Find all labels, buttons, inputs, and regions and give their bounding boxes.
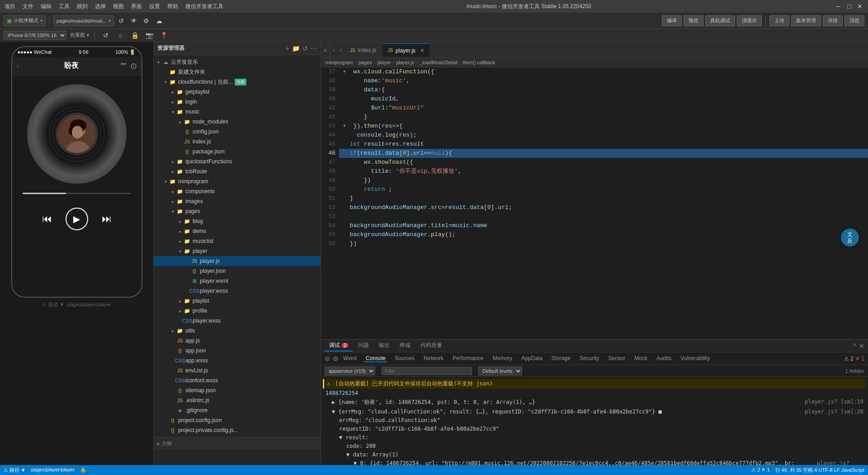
- cloudfunctions-item[interactable]: 📁 cloudfunctions | 当前... 当前: [154, 77, 321, 87]
- components-item[interactable]: 📁 components: [154, 186, 321, 196]
- window-controls[interactable]: ─ □ ✕: [835, 3, 863, 10]
- code-content[interactable]: ▾ wx.cloud.callFunction({ name:'music', …: [339, 67, 868, 339]
- upload-button[interactable]: 上传: [769, 15, 789, 26]
- breadcrumb-file[interactable]: player.js: [396, 60, 414, 65]
- refresh-button[interactable]: ↺: [116, 15, 127, 26]
- collapse-icon[interactable]: ⋯: [311, 45, 317, 52]
- tab-player-js[interactable]: JS player.js ✕: [382, 43, 430, 57]
- images-item[interactable]: 📁 images: [154, 196, 321, 206]
- breadcrumb-method[interactable]: _loadMusicDetail: [420, 60, 458, 65]
- wxml-tab[interactable]: Wxml: [341, 355, 359, 362]
- console-settings-icon[interactable]: ⚙: [333, 355, 339, 362]
- version-button[interactable]: 版本管理: [791, 15, 821, 26]
- player-js-item[interactable]: JS player.js: [154, 256, 321, 266]
- music-item[interactable]: 📁 music: [154, 107, 321, 117]
- feedback-button[interactable]: 文反: [841, 228, 859, 247]
- tcbroute-item[interactable]: 📁 tcbRoute: [154, 166, 321, 176]
- lock-button[interactable]: 🔒: [129, 30, 140, 41]
- performance-tab[interactable]: Performance: [451, 355, 486, 362]
- appservice-selector[interactable]: appservice (#19): [325, 366, 375, 375]
- phone-play-icon[interactable]: ⊙: [130, 61, 137, 71]
- eslintrc-item[interactable]: JS .eslintrc.js: [154, 395, 321, 405]
- audits-tab[interactable]: Audits: [655, 355, 673, 362]
- file-path-selector[interactable]: pages/musiclist/musi... ▾: [53, 15, 114, 26]
- maximize-button[interactable]: □: [845, 3, 853, 10]
- tab-index-js[interactable]: JS index.js: [344, 43, 382, 57]
- menu-edit[interactable]: 编辑: [41, 3, 52, 10]
- menu-goto[interactable]: 跳到: [77, 3, 88, 10]
- terminal-tab[interactable]: 终端: [395, 341, 415, 352]
- close-button[interactable]: ✕: [856, 3, 863, 10]
- network-tab[interactable]: Network: [422, 355, 445, 362]
- player-wxml-item[interactable]: ⊞ player.wxml: [154, 276, 321, 286]
- player-folder-item[interactable]: 📁 player: [154, 246, 321, 256]
- package-json-item[interactable]: {} package.json: [154, 147, 321, 157]
- project-config-item[interactable]: {} project.config.json: [154, 415, 321, 425]
- playlist-item[interactable]: 📁 playlist: [154, 296, 321, 306]
- debug-tab[interactable]: 调试 2: [325, 341, 353, 352]
- menu-file[interactable]: 文件: [23, 3, 33, 10]
- pages-item[interactable]: 📁 pages: [154, 206, 321, 216]
- memory-tab[interactable]: Memory: [491, 355, 514, 362]
- minimize-button[interactable]: ─: [835, 3, 842, 10]
- player-wxss-item[interactable]: CSS player.wxss: [154, 286, 321, 296]
- tools-icon-button[interactable]: ⚙: [141, 15, 152, 26]
- tab-player-js-close[interactable]: ✕: [420, 48, 425, 54]
- menu-view[interactable]: 视图: [113, 3, 124, 10]
- menu-settings[interactable]: 设置: [149, 3, 160, 10]
- phone-more-icon[interactable]: •••: [121, 61, 127, 71]
- quickstart-item[interactable]: 📁 quickstartFunctions: [154, 157, 321, 166]
- phone-back-button[interactable]: ‹: [17, 62, 19, 70]
- filter-input[interactable]: [382, 367, 472, 375]
- storage-tab[interactable]: Storage: [550, 355, 572, 362]
- code-editor[interactable]: 37 38 39 40 41 42 43 44 45 46 47 48 49 5…: [321, 67, 868, 339]
- profile-item[interactable]: 📁 profile: [154, 306, 321, 316]
- sensor-tab[interactable]: Sensor: [606, 355, 627, 362]
- config-json-item[interactable]: {} config.json: [154, 127, 321, 137]
- new-file-icon[interactable]: +: [286, 45, 289, 52]
- security-tab[interactable]: Security: [578, 355, 601, 362]
- output-tab[interactable]: 输出: [374, 341, 394, 352]
- rotate-button[interactable]: ↺: [100, 30, 111, 41]
- outline-toggle[interactable]: ▸: [157, 441, 160, 446]
- console-line-obj1[interactable]: ▶ {name: '盼夜', id: 1486726254, pst: 0, t…: [323, 398, 866, 407]
- code-quality-tab[interactable]: 代码质量: [416, 341, 447, 352]
- hotreload-toggle[interactable]: 热重载 ▾: [70, 32, 89, 38]
- location-button[interactable]: 📍: [158, 30, 169, 41]
- device-selector[interactable]: iPhone 6/7/8 100% 16: [4, 31, 66, 40]
- upload-icon-button[interactable]: ☁: [154, 15, 165, 26]
- breadcrumb-pages[interactable]: pages: [359, 60, 372, 65]
- problem-tab[interactable]: 问题: [354, 341, 373, 352]
- player-json-item[interactable]: {} player.json: [154, 266, 321, 276]
- utils-item[interactable]: 📁 utils: [154, 326, 321, 336]
- login-item[interactable]: 📁 login: [154, 97, 321, 107]
- mock-tab[interactable]: Mock: [632, 355, 649, 362]
- sources-tab[interactable]: Sources: [393, 355, 416, 362]
- vulnerability-tab[interactable]: Vulnerability: [679, 355, 712, 362]
- new-folder-icon[interactable]: 📁: [292, 45, 300, 52]
- miniprogram-item[interactable]: 📁 miniprogram: [154, 176, 321, 186]
- test-button[interactable]: 真机调试: [705, 15, 735, 26]
- detail-button[interactable]: 详情: [823, 15, 843, 26]
- app-json-item[interactable]: {} app.json: [154, 346, 321, 356]
- screenshot-button[interactable]: 📷: [144, 30, 155, 41]
- status-route[interactable]: ⚠ 路径 ▼: [4, 467, 26, 474]
- status-lock-icon[interactable]: 🔒: [80, 467, 86, 474]
- demo-item[interactable]: 📁 demo: [154, 226, 321, 236]
- home-button[interactable]: ⌂: [115, 30, 126, 41]
- breadcrumb-callback[interactable]: then() callback: [463, 60, 495, 65]
- project-private-item[interactable]: {} project.private.config.js...: [154, 425, 321, 435]
- menu-interface[interactable]: 界面: [131, 3, 142, 10]
- musiclist-item[interactable]: 📁 musiclist: [154, 236, 321, 246]
- breadcrumb-miniprogram[interactable]: miniprogram: [326, 60, 353, 65]
- progress-bar[interactable]: [23, 193, 131, 194]
- next-button[interactable]: ⏭: [102, 213, 112, 225]
- menu-project[interactable]: 项目: [5, 3, 15, 10]
- menu-help[interactable]: 帮助: [167, 3, 178, 10]
- outline-section[interactable]: ▸ 大纲: [154, 437, 321, 450]
- blog-item[interactable]: 📁 blog: [154, 216, 321, 226]
- simulator-mode-button[interactable]: ▣ 小程序模式 ▾: [4, 15, 46, 26]
- tab-back[interactable]: ‹: [330, 43, 337, 57]
- menu-select[interactable]: 选择: [95, 3, 106, 10]
- breadcrumb-player[interactable]: player: [377, 60, 391, 65]
